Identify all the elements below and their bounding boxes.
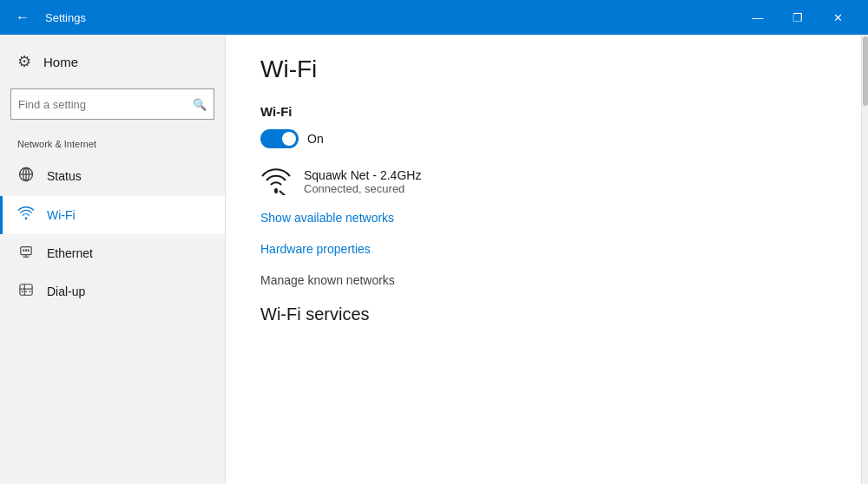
close-button[interactable]: ✕ bbox=[818, 0, 858, 35]
svg-point-14 bbox=[25, 291, 27, 292]
scrollbar[interactable] bbox=[861, 35, 868, 484]
svg-point-13 bbox=[22, 291, 23, 292]
title-bar: ← Settings — ❐ ✕ bbox=[0, 0, 868, 35]
dialup-label: Dial-up bbox=[47, 285, 85, 298]
content-area: Wi-Fi Wi-Fi On S bbox=[226, 35, 861, 484]
search-box: 🔍 bbox=[10, 88, 214, 120]
content-wrapper: Wi-Fi Wi-Fi On S bbox=[226, 35, 868, 484]
hardware-properties-link[interactable]: Hardware properties bbox=[260, 242, 826, 256]
network-row: Squawk Net - 2.4GHz Connected, secured bbox=[260, 166, 826, 197]
wifi-services-title: Wi-Fi services bbox=[260, 304, 826, 324]
wifi-toggle-row: On bbox=[260, 129, 826, 148]
wifi-toggle[interactable] bbox=[260, 129, 299, 148]
sidebar-item-wifi[interactable]: Wi-Fi bbox=[0, 196, 225, 234]
svg-point-16 bbox=[274, 190, 278, 193]
network-name: Squawk Net - 2.4GHz bbox=[304, 168, 421, 182]
back-icon: ← bbox=[16, 10, 30, 25]
status-label: Status bbox=[47, 169, 82, 183]
maximize-icon: ❐ bbox=[792, 11, 803, 24]
svg-rect-10 bbox=[20, 285, 32, 295]
sidebar: ⚙ Home 🔍 Network & Internet Status bbox=[0, 35, 226, 484]
svg-rect-8 bbox=[25, 249, 27, 252]
ethernet-label: Ethernet bbox=[47, 246, 93, 260]
minimize-button[interactable]: — bbox=[738, 0, 778, 35]
svg-line-17 bbox=[279, 191, 286, 195]
manage-networks-link[interactable]: Manage known networks bbox=[260, 273, 826, 287]
window-controls: — ❐ ✕ bbox=[738, 0, 858, 35]
sidebar-item-status[interactable]: Status bbox=[0, 156, 225, 196]
svg-rect-9 bbox=[28, 249, 30, 252]
toggle-label: On bbox=[307, 132, 324, 146]
sidebar-item-ethernet[interactable]: Ethernet bbox=[0, 234, 225, 272]
network-wifi-icon bbox=[260, 166, 292, 197]
app-title: Settings bbox=[45, 11, 738, 24]
network-status: Connected, secured bbox=[304, 182, 421, 195]
wifi-section-title: Wi-Fi bbox=[260, 104, 826, 119]
svg-point-15 bbox=[30, 291, 31, 292]
wifi-icon bbox=[17, 206, 35, 224]
search-input[interactable] bbox=[18, 98, 193, 111]
back-button[interactable]: ← bbox=[10, 5, 35, 29]
minimize-icon: — bbox=[753, 11, 764, 24]
network-info: Squawk Net - 2.4GHz Connected, secured bbox=[304, 168, 421, 195]
ethernet-icon bbox=[17, 245, 35, 262]
gear-icon: ⚙ bbox=[17, 52, 31, 71]
svg-rect-7 bbox=[23, 249, 24, 252]
sidebar-section-label: Network & Internet bbox=[0, 134, 225, 156]
close-icon: ✕ bbox=[833, 11, 843, 24]
wifi-nav-label: Wi-Fi bbox=[47, 208, 76, 222]
search-icon: 🔍 bbox=[193, 98, 207, 111]
main-layout: ⚙ Home 🔍 Network & Internet Status bbox=[0, 35, 868, 484]
scrollbar-thumb[interactable] bbox=[863, 36, 868, 106]
show-networks-link[interactable]: Show available networks bbox=[260, 211, 826, 225]
page-title: Wi-Fi bbox=[260, 56, 826, 83]
dialup-icon bbox=[17, 283, 35, 300]
globe-icon bbox=[17, 167, 35, 186]
sidebar-item-home[interactable]: ⚙ Home bbox=[0, 38, 225, 85]
sidebar-item-dialup[interactable]: Dial-up bbox=[0, 272, 225, 311]
maximize-button[interactable]: ❐ bbox=[778, 0, 818, 35]
home-label: Home bbox=[43, 55, 78, 69]
